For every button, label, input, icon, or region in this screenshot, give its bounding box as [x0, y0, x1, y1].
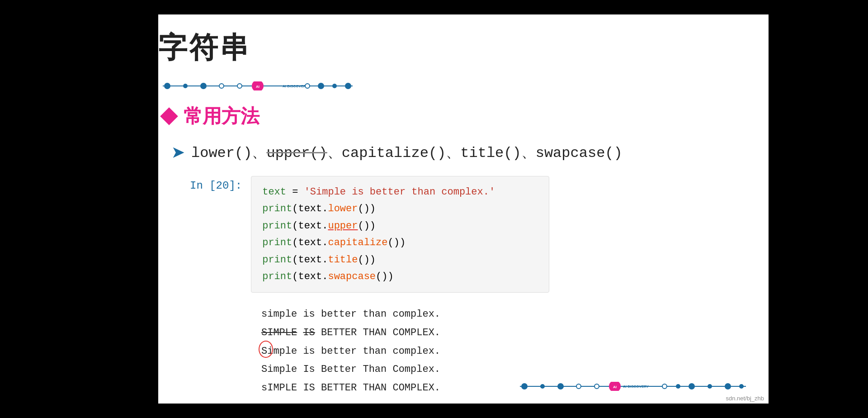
svg-point-38 — [594, 384, 599, 389]
code-block: text = 'Simple is better than complex.' … — [251, 176, 549, 293]
code-paren-3a: (text. — [292, 220, 328, 232]
svg-point-37 — [576, 384, 581, 389]
methods-text: lower()、upper()、capitalize()、title()、swa… — [191, 142, 623, 162]
method-lower: lower()、 — [191, 145, 266, 162]
svg-point-29 — [305, 84, 310, 88]
section-heading: 常用方法 — [163, 104, 741, 129]
circle-annotation: S — [261, 342, 267, 361]
code-line-2: print(text.lower()) — [262, 200, 538, 217]
code-equals: = — [292, 186, 304, 198]
code-paren-4a: (text. — [292, 237, 328, 248]
left-sidebar — [99, 14, 158, 404]
code-paren-3b: ()) — [358, 220, 376, 232]
main-content: 常用方法 ➤ lower()、upper()、capitalize()、titl… — [163, 104, 741, 398]
output-line-3: Simple is better than complex. — [261, 342, 741, 361]
output-strikethrough-is: IS — [303, 327, 315, 338]
code-print-3: print — [262, 220, 292, 232]
methods-rest: 、capitalize()、title()、swapcase() — [327, 145, 623, 162]
slide: 字符串 AI AI DISCOVERY 常用方法 — [99, 14, 769, 404]
output-line-1: simple is better than complex. — [261, 305, 741, 324]
code-paren-5b: ()) — [358, 254, 376, 266]
code-paren-4b: ()) — [387, 237, 406, 248]
svg-point-45 — [708, 384, 712, 389]
svg-point-36 — [557, 383, 564, 390]
code-print-5: print — [262, 254, 292, 266]
svg-point-44 — [689, 383, 695, 390]
code-method-capitalize: capitalize — [328, 237, 387, 248]
svg-point-23 — [200, 83, 207, 89]
code-line-6: print(text.swapcase()) — [262, 268, 538, 285]
code-paren-2b: ()) — [358, 203, 376, 214]
watermark: sdn.net/bj_zhb — [726, 395, 764, 402]
code-paren-5a: (text. — [292, 254, 328, 266]
code-method-upper: upper — [328, 220, 358, 232]
methods-subheading: ➤ lower()、upper()、capitalize()、title()、s… — [172, 142, 741, 162]
code-print-6: print — [262, 271, 292, 282]
code-line-5: print(text.title()) — [262, 252, 538, 268]
code-line-4: print(text.capitalize()) — [262, 234, 538, 251]
code-line-1: text = 'Simple is better than complex.' — [262, 184, 538, 200]
code-var: text — [262, 186, 286, 198]
code-paren-6b: ()) — [376, 271, 394, 282]
code-paren-6a: (text. — [292, 271, 328, 282]
bottom-line-svg: AI AI DISCOVERY — [520, 382, 746, 391]
svg-point-22 — [183, 84, 188, 88]
svg-point-42 — [662, 384, 667, 389]
top-decorative-line: AI AI DISCOVERY — [158, 81, 769, 90]
svg-point-34 — [521, 383, 528, 390]
top-line-svg: AI AI DISCOVERY — [163, 81, 353, 90]
arrow-icon: ➤ — [172, 144, 184, 161]
code-string: 'Simple is better than complex.' — [304, 186, 495, 198]
code-print-2: print — [262, 203, 292, 214]
code-print-4: print — [262, 237, 292, 248]
svg-text:AI DISCOVERY: AI DISCOVERY — [623, 385, 649, 389]
bottom-decorative-line: AI AI DISCOVERY — [99, 382, 750, 391]
svg-text:AI: AI — [613, 385, 617, 389]
in-label: In [20]: — [190, 176, 242, 192]
diamond-icon — [160, 107, 178, 125]
svg-point-35 — [540, 384, 545, 389]
svg-point-31 — [332, 84, 337, 88]
svg-point-24 — [219, 84, 224, 88]
slide-header: 字符串 — [113, 28, 741, 67]
svg-point-30 — [318, 83, 324, 89]
svg-point-47 — [739, 384, 744, 389]
svg-point-32 — [345, 83, 351, 89]
svg-point-43 — [676, 384, 680, 389]
output-strikethrough: SIMPLE — [261, 327, 297, 338]
slide-title: 字符串 — [158, 28, 250, 67]
svg-point-46 — [725, 383, 731, 390]
code-paren-2a: (text. — [292, 203, 328, 214]
svg-text:AI: AI — [256, 85, 259, 89]
svg-point-21 — [164, 83, 170, 89]
code-container: In [20]: text = 'Simple is better than c… — [190, 176, 741, 293]
code-line-3: print(text.upper()) — [262, 218, 538, 234]
section-title: 常用方法 — [184, 104, 259, 129]
output-line-4: Simple Is Better Than Complex. — [261, 361, 741, 379]
method-upper-strike: upper() — [266, 145, 327, 162]
output-line-2: SIMPLE IS BETTER THAN COMPLEX. — [261, 324, 741, 342]
code-method-swapcase: swapcase — [328, 271, 376, 282]
code-method-title: title — [328, 254, 358, 266]
svg-point-25 — [237, 84, 242, 88]
code-method-lower: lower — [328, 203, 358, 214]
